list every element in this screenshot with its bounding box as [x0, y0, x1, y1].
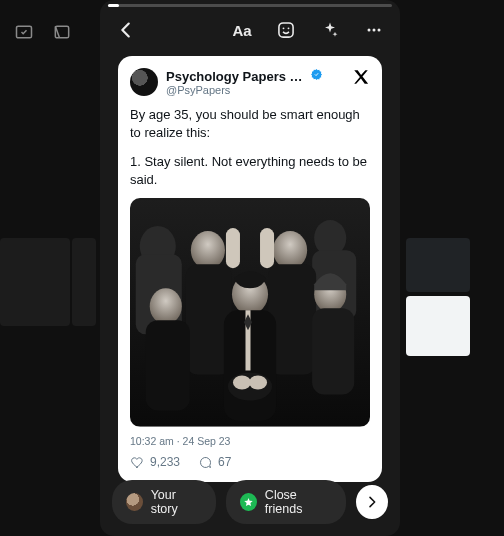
story-editor-stage: Aa Psychology Pa: [0, 0, 504, 536]
tweet-date: 24 Sep 23: [183, 435, 231, 447]
tweet-meta: 10:32 am · 24 Sep 23: [130, 435, 370, 447]
svg-rect-18: [260, 228, 274, 268]
sticker-icon: [276, 20, 296, 40]
x-logo-icon: [352, 68, 370, 86]
sparkle-icon: [320, 20, 340, 40]
next-button[interactable]: [356, 485, 388, 519]
your-story-label: Your story: [151, 488, 203, 516]
tweet-actions: 9,233 67: [130, 455, 370, 470]
svg-point-6: [373, 29, 376, 32]
story-canvas: Aa Psychology Pa: [100, 0, 400, 536]
svg-point-21: [150, 288, 182, 324]
bg-thumb-left-1: [0, 238, 70, 326]
like-count: 9,233: [150, 455, 180, 469]
bg-thumb-left-2: [72, 238, 96, 326]
svg-rect-20: [312, 308, 354, 394]
story-tools: Aa: [230, 18, 386, 42]
svg-point-26: [233, 376, 251, 390]
svg-point-4: [288, 27, 290, 29]
story-progress-track: [108, 4, 392, 7]
svg-point-27: [249, 376, 267, 390]
author-avatar: [130, 68, 158, 96]
text-tool-button[interactable]: Aa: [230, 18, 254, 42]
svg-point-25: [228, 373, 272, 401]
svg-point-5: [368, 29, 371, 32]
bg-gallery-icons: [14, 22, 72, 46]
tweet-image: [130, 198, 370, 427]
layout-icon: [52, 22, 72, 46]
gallery-icon: [14, 22, 34, 46]
close-friends-label: Close friends: [265, 488, 332, 516]
more-tool-button[interactable]: [362, 18, 386, 42]
reply-icon: [198, 455, 213, 470]
chevron-left-icon: [115, 19, 137, 41]
effects-tool-button[interactable]: [318, 18, 342, 42]
like-action[interactable]: 9,233: [130, 455, 180, 470]
story-topbar: Aa: [100, 10, 400, 50]
chevron-right-icon: [364, 494, 380, 510]
bg-thumb-right-2: [406, 296, 470, 356]
back-button[interactable]: [114, 18, 138, 42]
svg-point-7: [378, 29, 381, 32]
svg-point-16: [273, 231, 307, 269]
reply-count: 67: [218, 455, 231, 469]
your-story-avatar: [126, 493, 143, 511]
author-handle: @PsyPapers: [166, 84, 323, 96]
tweet-header: Psychology Papers | Resili… @PsyPapers: [130, 68, 370, 96]
story-progress-fill: [108, 4, 119, 7]
svg-point-3: [283, 27, 285, 29]
tweet-time: 10:32 am: [130, 435, 174, 447]
svg-rect-22: [146, 320, 190, 410]
tweet-user: Psychology Papers | Resili… @PsyPapers: [130, 68, 323, 96]
tweet-body: By age 35, you should be smart enough to…: [130, 106, 370, 188]
bg-thumb-right-1: [406, 238, 470, 292]
verified-badge-icon: [310, 68, 323, 84]
reply-action[interactable]: 67: [198, 455, 231, 470]
tweet-line-1: By age 35, you should be smart enough to…: [130, 106, 370, 141]
tweet-card[interactable]: Psychology Papers | Resili… @PsyPapers B…: [118, 56, 382, 482]
close-friends-star-icon: [240, 493, 257, 511]
author-name: Psychology Papers | Resili…: [166, 69, 306, 84]
svg-point-13: [191, 231, 225, 269]
your-story-button[interactable]: Your story: [112, 480, 216, 524]
svg-rect-15: [226, 228, 240, 268]
sticker-tool-button[interactable]: [274, 18, 298, 42]
more-icon: [364, 20, 384, 40]
story-bottom-bar: Your story Close friends: [100, 480, 400, 524]
heart-icon: [130, 455, 145, 470]
svg-rect-2: [279, 23, 293, 37]
text-tool-label: Aa: [232, 22, 251, 39]
close-friends-button[interactable]: Close friends: [226, 480, 346, 524]
tweet-line-2: 1. Stay silent. Not everything needs to …: [130, 153, 370, 188]
